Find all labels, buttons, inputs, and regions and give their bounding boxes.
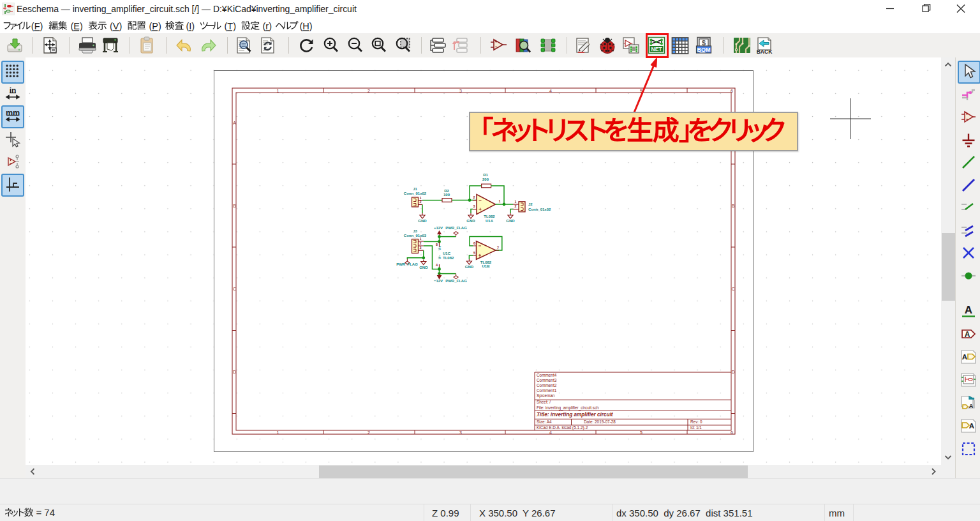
svg-text:4: 4 xyxy=(549,89,552,93)
svg-text:200: 200 xyxy=(482,177,489,181)
svg-text:GND: GND xyxy=(419,266,428,269)
svg-text:GND: GND xyxy=(418,219,427,223)
svg-text:7: 7 xyxy=(497,246,499,250)
svg-text:Title: inverting amplifier cir: Title: inverting amplifier circuit xyxy=(537,412,613,418)
svg-text:100: 100 xyxy=(443,193,450,197)
svg-text:J1: J1 xyxy=(413,187,417,191)
svg-text:1: 1 xyxy=(420,196,422,200)
svg-text:3: 3 xyxy=(459,430,462,435)
svg-text:2: 2 xyxy=(473,195,475,199)
svg-text:BACK: BACK xyxy=(757,49,773,55)
svg-text:C: C xyxy=(731,287,734,291)
svg-text:Comment4: Comment4 xyxy=(537,373,557,377)
svg-text:U1A: U1A xyxy=(486,219,494,223)
svg-text:Conn_01x02: Conn_01x02 xyxy=(404,192,427,195)
svg-text:(V): (V) xyxy=(110,21,122,31)
svg-text:1: 1 xyxy=(277,430,279,435)
svg-text:Date: 2019-07-28: Date: 2019-07-28 xyxy=(584,419,616,424)
svg-text:PWR_FLAG: PWR_FLAG xyxy=(396,262,418,266)
svg-text:A: A xyxy=(965,304,972,316)
svg-text:U1C: U1C xyxy=(443,252,451,255)
svg-text:(F): (F) xyxy=(31,21,43,31)
svg-text:8: 8 xyxy=(436,243,438,246)
svg-text:6: 6 xyxy=(731,89,733,93)
svg-text:1: 1 xyxy=(420,237,422,241)
svg-text:Comment1: Comment1 xyxy=(537,388,557,393)
svg-text:(r): (r) xyxy=(263,21,272,31)
svg-text:Comment2: Comment2 xyxy=(537,383,557,388)
svg-text:A: A xyxy=(965,330,970,339)
svg-text:File: inverting_amplifier_circ: File: inverting_amplifier_circuit.sch xyxy=(537,405,599,411)
svg-text:TL082: TL082 xyxy=(443,256,454,260)
svg-text:5: 5 xyxy=(473,251,475,255)
svg-text:J3: J3 xyxy=(413,229,417,233)
svg-text:3: 3 xyxy=(420,246,422,250)
svg-text:Sheet: /: Sheet: / xyxy=(537,400,551,404)
svg-text:Size: A4: Size: A4 xyxy=(537,419,552,424)
svg-text:= 74: = 74 xyxy=(36,507,55,518)
svg-text:mm: mm xyxy=(6,109,20,117)
svg-text:(I): (I) xyxy=(186,21,195,31)
svg-text:A: A xyxy=(962,353,967,361)
svg-text:PWR_FLAG: PWR_FLAG xyxy=(445,226,467,230)
svg-text:U1B: U1B xyxy=(482,264,490,268)
svg-text:Id: 1/1: Id: 1/1 xyxy=(690,425,702,430)
svg-text:R2: R2 xyxy=(444,189,449,193)
svg-text:TL082: TL082 xyxy=(480,260,492,264)
svg-text:6: 6 xyxy=(473,241,475,245)
svg-text:2: 2 xyxy=(515,204,517,208)
svg-text:2: 2 xyxy=(368,430,370,435)
svg-text:J2: J2 xyxy=(528,202,533,206)
svg-text:TL082: TL082 xyxy=(484,215,495,218)
svg-text:4: 4 xyxy=(436,263,438,267)
svg-text:B: B xyxy=(732,204,735,208)
svg-text:in: in xyxy=(10,86,17,95)
svg-text:A: A xyxy=(969,403,974,409)
svg-text:(H): (H) xyxy=(300,21,313,31)
svg-text:Rev: 0: Rev: 0 xyxy=(690,419,702,424)
svg-text:C: C xyxy=(233,287,236,291)
svg-text:V+: V+ xyxy=(438,245,442,250)
svg-text:3: 3 xyxy=(473,204,475,208)
svg-text:Conn_01x02: Conn_01x02 xyxy=(528,208,551,211)
svg-text:2: 2 xyxy=(368,89,370,93)
svg-text:5: 5 xyxy=(640,430,642,435)
svg-text:2: 2 xyxy=(420,241,422,245)
svg-text:B: B xyxy=(233,204,236,208)
svg-text:+12V: +12V xyxy=(434,226,443,230)
svg-text:Comment3: Comment3 xyxy=(537,378,557,382)
svg-text:GND: GND xyxy=(465,265,474,269)
svg-text:GND: GND xyxy=(506,219,515,223)
svg-text:Conn_01x03: Conn_01x03 xyxy=(404,234,427,238)
svg-text:3: 3 xyxy=(459,89,462,93)
svg-text:(P): (P) xyxy=(149,21,161,31)
svg-text:GND: GND xyxy=(466,219,475,223)
svg-text:4: 4 xyxy=(549,430,552,435)
svg-text:Spiceman: Spiceman xyxy=(537,393,555,398)
svg-text:−12V: −12V xyxy=(434,279,443,283)
svg-text:A: A xyxy=(969,422,974,430)
svg-text:6: 6 xyxy=(731,430,733,435)
svg-text:V−: V− xyxy=(438,254,442,259)
svg-text:1: 1 xyxy=(515,200,517,204)
svg-text:(E): (E) xyxy=(71,21,83,31)
svg-text:1: 1 xyxy=(499,199,501,203)
svg-text:PWR_FLAG: PWR_FLAG xyxy=(445,279,467,283)
svg-text:D: D xyxy=(731,370,734,374)
svg-text:A: A xyxy=(233,121,236,125)
svg-text:(T): (T) xyxy=(225,21,237,31)
svg-text:2: 2 xyxy=(420,200,422,204)
svg-text:$: $ xyxy=(702,39,706,47)
svg-text:KiCad E.D.A. kicad (5.1.2)-2: KiCad E.D.A. kicad (5.1.2)-2 xyxy=(537,425,588,430)
svg-text:D: D xyxy=(233,370,236,374)
svg-text:1: 1 xyxy=(277,89,279,93)
svg-text:R1: R1 xyxy=(483,173,488,177)
